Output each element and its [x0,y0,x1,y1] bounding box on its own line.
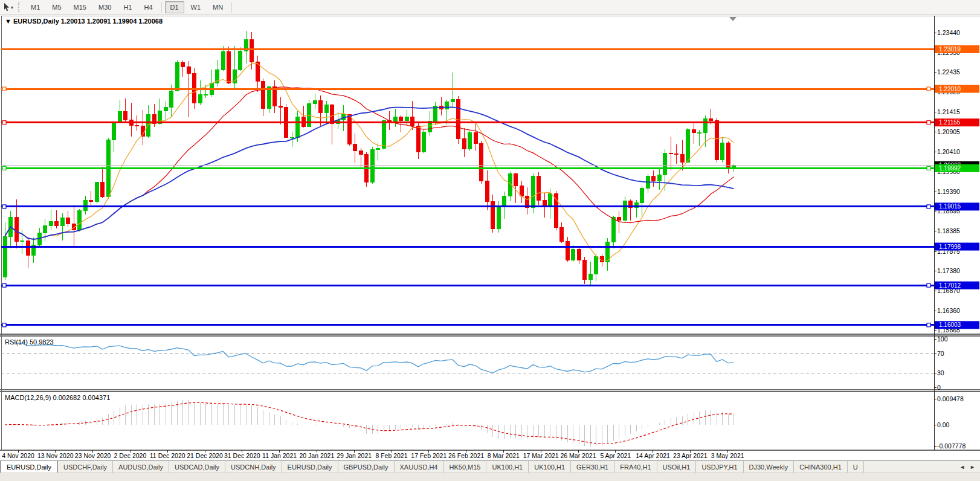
timeframe-button-M5[interactable]: M5 [47,1,66,13]
tab-hk50-m15-8[interactable]: HK50,M15 [444,461,487,473]
candle [296,117,300,137]
svg-text:1.17012: 1.17012 [939,282,961,289]
timeframe-button-M30[interactable]: M30 [93,1,117,13]
chart-collapse-icon[interactable]: ▼ [5,18,11,25]
chart-canvas[interactable]: 1.234401.229301.224351.219251.214151.209… [0,15,980,460]
tab-usdcad-daily-3[interactable]: USDCAD,Daily [169,461,225,473]
macd-histogram [5,400,734,447]
candle [457,99,460,138]
candle [135,126,139,126]
macd-axis-tick: -0.007778 [937,442,965,450]
symbol-tab-bar: EURUSD,DailyUSDCHF,DailyAUDUSD,DailyUSDC… [0,460,980,473]
candle [198,94,202,103]
svg-text:1.19015: 1.19015 [939,203,961,210]
macd-axis-tick: 0.00 [937,421,950,428]
tab-china300-h1-16[interactable]: CHINA300,H1 [794,461,848,473]
svg-text:1.16003: 1.16003 [939,321,961,328]
tab-eurusd-daily-0[interactable]: EURUSD,Daily [0,461,58,473]
date-axis-label: 4 Nov 2020 [2,452,34,459]
tab-dj30-weekly-15[interactable]: DJ30,Weekly [744,461,795,473]
tab-usoil-h1-13[interactable]: USOil,H1 [657,461,697,473]
candle [49,222,53,226]
toolbar-drag-handle [18,2,22,12]
candle [15,217,18,241]
candle [451,99,454,102]
candle [703,119,707,133]
candle [353,144,357,150]
timeframe-buttons: M1M5M15M30H1H4D1W1MN [25,0,234,15]
macd-axis-tick: 0.009478 [937,395,964,402]
tab-uk100-h1-10[interactable]: UK100,H1 [529,461,571,473]
date-axis-label: 23 Apr 2021 [673,452,708,459]
line-handle[interactable] [927,323,930,327]
candle [393,117,397,121]
date-axis-label: 31 Dec 2020 [224,452,260,459]
tabs-scroll-right-icon[interactable]: ► [970,464,975,470]
line-handle[interactable] [2,323,6,327]
line-handle[interactable] [2,166,6,170]
line-handle[interactable] [2,121,6,124]
candle [680,155,684,162]
candle [44,225,47,233]
candle [89,201,93,202]
timeframe-button-MN[interactable]: MN [207,1,228,13]
svg-text:1.21155: 1.21155 [939,119,961,126]
line-handle[interactable] [927,283,930,287]
line-handle[interactable] [2,283,6,287]
candle [221,51,225,70]
line-handle[interactable] [927,87,930,91]
cursor-tool-button[interactable]: ▾ [1,2,15,13]
line-handle[interactable] [927,121,930,124]
tab-gbpusd-daily-6[interactable]: GBPUSD,Daily [338,461,395,473]
timeframe-button-M15[interactable]: M15 [68,1,92,13]
timeframe-button-W1[interactable]: W1 [185,1,207,13]
date-axis-label: 17 Mar 2021 [523,452,559,459]
svg-text:1.17998: 1.17998 [939,244,961,250]
dropdown-caret-icon: ▾ [11,5,13,10]
line-handle[interactable] [927,205,930,208]
date-axis-label: 29 Jan 2021 [337,452,372,459]
candle [376,148,380,150]
line-handle[interactable] [2,87,6,91]
candle [112,123,116,140]
candle [239,51,242,70]
rsi-line [16,343,734,373]
line-handle[interactable] [927,166,930,170]
line-handle[interactable] [2,205,6,208]
date-axis-label: 23 Nov 2020 [75,452,111,459]
rsi-axis-tick: 70 [937,350,944,357]
candle [577,249,581,260]
price-axis-tick: 1.19390 [937,188,960,195]
price-axis-tick: 1.17380 [937,267,960,274]
candle [250,39,254,62]
candle [709,119,713,121]
date-axis-label: 13 Nov 2020 [37,452,74,459]
tab-usdcnh-daily-4[interactable]: USDCNH,Daily [225,461,282,473]
timeframe-button-M1[interactable]: M1 [25,1,45,13]
rsi-axis-tick: 30 [937,369,944,376]
candle [422,132,426,152]
candle [663,153,667,175]
tab-audusd-daily-2[interactable]: AUDUSD,Daily [113,461,169,473]
candle [175,63,179,91]
tab-fra40-h1-12[interactable]: FRA40,H1 [614,461,657,473]
tab-xauusd-h4-7[interactable]: XAUUSD,H4 [395,461,444,473]
candle [721,143,724,160]
tab-u-17[interactable]: U [848,461,864,473]
candle [204,94,208,95]
candle [347,114,351,144]
date-axis-label: 2 Dec 2020 [114,452,147,459]
tab-ger30-h1-11[interactable]: GER30,H1 [571,461,614,473]
tabs-scroll-left-icon[interactable]: ◄ [959,464,965,470]
timeframe-button-H1[interactable]: H1 [118,1,137,13]
timeframe-button-H4[interactable]: H4 [138,1,158,13]
tab-uk100-h1-9[interactable]: UK100,H1 [486,461,529,473]
candle [26,241,30,255]
candle [267,86,271,108]
price-axis-tick: 1.20410 [937,148,960,155]
tab-usdchf-daily-1[interactable]: USDCHF,Daily [58,461,113,473]
tab-eurusd-daily-5[interactable]: EURUSD,Daily [282,461,338,473]
timeframe-button-D1[interactable]: D1 [165,1,184,13]
candle [462,138,466,149]
tab-usdjpy-h1-14[interactable]: USDJPY,H1 [696,461,743,473]
